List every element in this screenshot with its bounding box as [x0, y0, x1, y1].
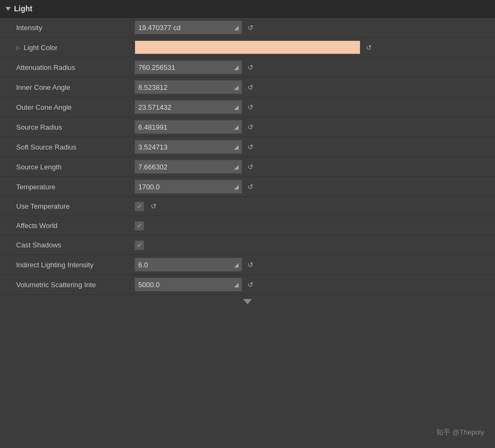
property-row-use-temperature: Use Temperature✔↺: [0, 197, 495, 216]
value-input-volumetric-scattering[interactable]: 5000.0◢: [135, 278, 242, 291]
drag-icon-inner-cone-angle: ◢: [234, 84, 238, 91]
property-row-temperature: Temperature1700.0◢↺: [0, 177, 495, 197]
filter-icon[interactable]: [243, 299, 252, 304]
drag-icon-temperature: ◢: [234, 183, 238, 190]
drag-icon-volumetric-scattering: ◢: [234, 281, 238, 288]
checkbox-use-temperature[interactable]: ✔: [135, 202, 144, 211]
value-text-attenuation-radius: 760.256531: [138, 63, 233, 72]
property-row-affects-world: Affects World✔: [0, 216, 495, 236]
panel-header[interactable]: Light: [0, 0, 495, 18]
light-panel: Light Intensity19.470377 cd◢↺▷Light Colo…: [0, 0, 495, 309]
label-source-radius: Source Radius: [16, 123, 135, 131]
panel-title: Light: [14, 4, 32, 13]
reset-button-outer-cone-angle[interactable]: ↺: [247, 103, 253, 111]
property-row-indirect-lighting-intensity: Indirect Lighting Intensity6.0◢↺: [0, 255, 495, 275]
reset-button-light-color[interactable]: ↺: [366, 44, 372, 52]
label-intensity: Intensity: [16, 24, 135, 32]
value-text-inner-cone-angle: 8.523812: [138, 83, 233, 91]
label-outer-cone-angle: Outer Cone Angle: [16, 103, 135, 111]
drag-icon-attenuation-radius: ◢: [234, 64, 238, 71]
collapse-icon[interactable]: [5, 7, 11, 11]
drag-icon-outer-cone-angle: ◢: [234, 104, 238, 111]
value-text-outer-cone-angle: 23.571432: [138, 103, 233, 111]
drag-icon-intensity: ◢: [234, 24, 238, 31]
label-volumetric-scattering: Volumetric Scattering Inte: [16, 281, 135, 289]
property-row-intensity: Intensity19.470377 cd◢↺: [0, 18, 495, 38]
watermark: 知乎 @Thepoly: [436, 428, 484, 437]
reset-button-source-length[interactable]: ↺: [247, 163, 253, 171]
label-use-temperature: Use Temperature: [16, 202, 135, 210]
checkbox-affects-world[interactable]: ✔: [135, 221, 144, 231]
value-input-indirect-lighting-intensity[interactable]: 6.0◢: [135, 258, 242, 272]
label-temperature: Temperature: [16, 183, 135, 191]
drag-icon-soft-source-radius: ◢: [234, 144, 238, 151]
checkbox-cast-shadows[interactable]: ✔: [135, 240, 144, 250]
value-text-source-radius: 6.481991: [138, 123, 233, 131]
reset-button-inner-cone-angle[interactable]: ↺: [247, 83, 253, 91]
color-picker-light-color[interactable]: [135, 40, 360, 54]
footer-bar: [0, 295, 495, 309]
property-row-cast-shadows: Cast Shadows✔: [0, 236, 495, 255]
reset-button-use-temperature[interactable]: ↺: [151, 202, 157, 210]
reset-button-indirect-lighting-intensity[interactable]: ↺: [247, 261, 253, 269]
value-text-indirect-lighting-intensity: 6.0: [138, 261, 233, 269]
value-input-soft-source-radius[interactable]: 3.524713◢: [135, 140, 242, 154]
label-affects-world: Affects World: [16, 222, 135, 230]
label-soft-source-radius: Soft Source Radius: [16, 143, 135, 151]
reset-button-temperature[interactable]: ↺: [247, 183, 253, 191]
value-text-volumetric-scattering: 5000.0: [138, 281, 233, 289]
property-row-source-radius: Source Radius6.481991◢↺: [0, 117, 495, 137]
label-attenuation-radius: Attenuation Radius: [16, 63, 135, 72]
value-input-source-length[interactable]: 7.666302◢: [135, 160, 242, 174]
value-input-intensity[interactable]: 19.470377 cd◢: [135, 20, 242, 34]
label-source-length: Source Length: [16, 163, 135, 171]
drag-icon-indirect-lighting-intensity: ◢: [234, 261, 238, 268]
value-text-source-length: 7.666302: [138, 163, 233, 171]
reset-button-intensity[interactable]: ↺: [247, 24, 253, 32]
property-row-light-color: ▷Light Color↺: [0, 38, 495, 58]
value-input-attenuation-radius[interactable]: 760.256531◢: [135, 60, 242, 74]
reset-button-attenuation-radius[interactable]: ↺: [247, 63, 253, 72]
label-inner-cone-angle: Inner Cone Angle: [16, 83, 135, 91]
property-list: Intensity19.470377 cd◢↺▷Light Color↺Atte…: [0, 18, 495, 295]
property-row-outer-cone-angle: Outer Cone Angle23.571432◢↺: [0, 97, 495, 117]
label-indirect-lighting-intensity: Indirect Lighting Intensity: [16, 261, 135, 269]
property-row-source-length: Source Length7.666302◢↺: [0, 157, 495, 177]
reset-button-source-radius[interactable]: ↺: [247, 123, 253, 131]
label-cast-shadows: Cast Shadows: [16, 241, 135, 249]
drag-icon-source-radius: ◢: [234, 124, 238, 131]
value-text-intensity: 19.470377 cd: [138, 24, 233, 32]
label-light-color: Light Color: [24, 44, 58, 52]
value-input-source-radius[interactable]: 6.481991◢: [135, 120, 242, 134]
property-row-soft-source-radius: Soft Source Radius3.524713◢↺: [0, 137, 495, 157]
value-input-inner-cone-angle[interactable]: 8.523812◢: [135, 80, 242, 94]
value-text-temperature: 1700.0: [138, 183, 233, 191]
reset-button-volumetric-scattering[interactable]: ↺: [247, 281, 253, 289]
expand-arrow-light-color[interactable]: ▷: [16, 45, 20, 51]
property-row-attenuation-radius: Attenuation Radius760.256531◢↺: [0, 58, 495, 77]
value-input-outer-cone-angle[interactable]: 23.571432◢: [135, 100, 242, 114]
property-row-inner-cone-angle: Inner Cone Angle8.523812◢↺: [0, 77, 495, 97]
value-input-temperature[interactable]: 1700.0◢: [135, 180, 242, 194]
value-text-soft-source-radius: 3.524713: [138, 143, 233, 151]
drag-icon-source-length: ◢: [234, 163, 238, 170]
property-row-volumetric-scattering: Volumetric Scattering Inte5000.0◢↺: [0, 275, 495, 295]
reset-button-soft-source-radius[interactable]: ↺: [247, 143, 253, 151]
